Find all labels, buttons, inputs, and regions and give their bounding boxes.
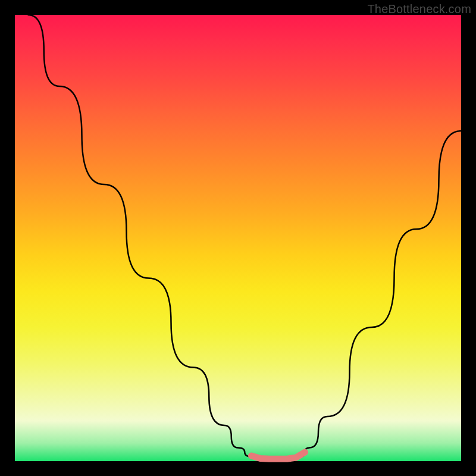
bottleneck-curve (29, 15, 462, 459)
watermark-text: TheBottleneck.com (367, 2, 471, 16)
optimal-zone-highlight (252, 452, 305, 459)
chart-frame: TheBottleneck.com (0, 0, 476, 476)
plot-gradient-area (15, 15, 461, 461)
curve-overlay (15, 15, 461, 461)
